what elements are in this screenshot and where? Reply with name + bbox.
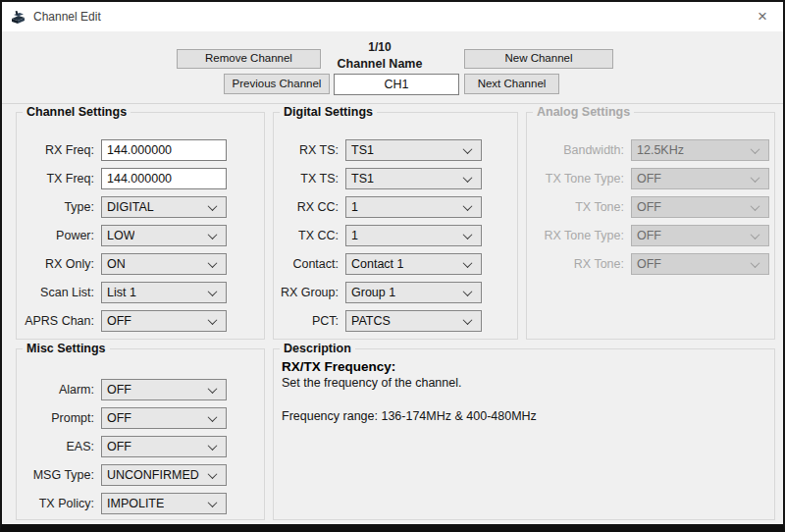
rx-only-select[interactable]: ON [101, 253, 227, 275]
tx-cc-label: TX CC: [298, 229, 345, 242]
bandwidth-value: 12.5KHz [632, 143, 684, 157]
rx-group-row: RX Group:Group 1 [274, 282, 482, 303]
tx-tone-select: OFF [631, 196, 769, 218]
rx-group-select[interactable]: Group 1 [345, 282, 482, 303]
pct-select[interactable]: PATCS [345, 310, 482, 332]
tx-tone-label: TX Tone: [575, 200, 631, 214]
prompt-select[interactable]: OFF [101, 407, 227, 429]
rx-ts-select[interactable]: TS1 [345, 139, 482, 161]
contact-value: Contact 1 [346, 257, 404, 271]
type-value: DIGITAL [102, 200, 154, 214]
power-label: Power: [56, 229, 101, 242]
rx-tone-label: RX Tone: [574, 257, 631, 271]
chevron-down-icon [751, 173, 760, 183]
prompt-value: OFF [102, 411, 131, 425]
chevron-down-icon [208, 201, 218, 211]
description-heading: RX/TX Frequency: [282, 359, 764, 374]
chevron-down-icon [463, 315, 473, 325]
tx-tone-row: TX Tone:OFF [527, 196, 769, 218]
description-group: Description RX/TX Frequency: Set the fre… [273, 348, 775, 520]
chevron-down-icon [208, 412, 218, 422]
new-channel-button[interactable]: New Channel [464, 49, 613, 69]
tx-policy-value: IMPOLITE [102, 497, 164, 510]
msg-type-value: UNCONFIRMED [102, 468, 199, 482]
eas-select[interactable]: OFF [101, 436, 227, 457]
chevron-down-icon [463, 201, 473, 211]
type-row: Type:DIGITAL [17, 196, 227, 218]
rx-ts-label: RX TS: [299, 143, 345, 157]
aprs-chan-select[interactable]: OFF [101, 310, 227, 332]
previous-channel-button[interactable]: Previous Channel [224, 74, 330, 94]
rx-tone-type-row: RX Tone Type:OFF [527, 225, 769, 246]
rx-only-value: ON [102, 257, 126, 271]
tx-policy-label: TX Policy: [39, 497, 101, 510]
tx-ts-label: TX TS: [300, 172, 345, 186]
tx-tone-type-select: OFF [631, 168, 769, 189]
bandwidth-select: 12.5KHz [631, 139, 769, 161]
aprs-chan-row: APRS Chan:OFF [17, 310, 227, 332]
tx-tone-type-label: TX Tone Type: [546, 172, 631, 186]
chevron-down-icon [208, 287, 218, 296]
prompt-label: Prompt: [51, 411, 101, 425]
alarm-select[interactable]: OFF [101, 379, 227, 400]
chevron-down-icon [751, 230, 760, 239]
title-bar: Channel Edit × [2, 2, 783, 31]
tx-cc-select[interactable]: 1 [345, 225, 482, 246]
tx-freq-row: TX Freq: [17, 168, 227, 189]
rx-only-row: RX Only:ON [17, 253, 227, 275]
digital-settings-fields: RX TS:TS1TX TS:TS1RX CC:1TX CC:1Contact:… [274, 113, 517, 332]
channel-name-label: Channel Name [296, 57, 463, 71]
power-select[interactable]: LOW [101, 225, 227, 246]
rx-cc-label: RX CC: [297, 200, 345, 214]
type-label: Type: [64, 200, 101, 214]
window-title: Channel Edit [33, 10, 101, 24]
tx-ts-select[interactable]: TS1 [345, 168, 482, 189]
power-row: Power:LOW [17, 225, 227, 246]
close-icon[interactable]: × [746, 2, 779, 30]
tx-cc-value: 1 [346, 229, 358, 242]
alarm-row: Alarm:OFF [17, 379, 227, 400]
scan-list-value: List 1 [102, 286, 136, 299]
bandwidth-row: Bandwidth:12.5KHz [527, 139, 769, 161]
next-channel-button[interactable]: Next Channel [464, 74, 559, 94]
bandwidth-label: Bandwidth: [563, 143, 631, 157]
tx-freq-label: TX Freq: [46, 172, 101, 186]
rx-freq-label: RX Freq: [45, 143, 101, 157]
eas-row: EAS:OFF [17, 436, 227, 457]
tx-freq-input[interactable] [101, 168, 227, 189]
rx-tone-type-label: RX Tone Type: [544, 229, 631, 242]
chevron-down-icon [208, 469, 218, 479]
analog-settings-group: Analog Settings Bandwidth:12.5KHzTX Tone… [526, 112, 775, 340]
channel-settings-group: Channel Settings RX Freq:TX Freq:Type:DI… [16, 112, 265, 340]
rx-group-value: Group 1 [346, 286, 395, 299]
tx-ts-row: TX TS:TS1 [274, 168, 482, 189]
pct-label: PCT: [312, 314, 345, 328]
channel-name-input[interactable] [334, 74, 459, 95]
rx-ts-row: RX TS:TS1 [274, 139, 482, 161]
pct-row: PCT:PATCS [274, 310, 482, 332]
contact-select[interactable]: Contact 1 [345, 253, 482, 275]
digital-settings-group: Digital Settings RX TS:TS1TX TS:TS1RX CC… [273, 112, 518, 340]
channel-settings-fields: RX Freq:TX Freq:Type:DIGITALPower:LOWRX … [17, 113, 264, 332]
scan-list-select[interactable]: List 1 [101, 282, 227, 303]
chevron-down-icon [208, 230, 218, 239]
rx-freq-input[interactable] [101, 139, 227, 161]
type-select[interactable]: DIGITAL [101, 196, 227, 218]
chevron-down-icon [463, 230, 473, 239]
description-line-1: Set the frequency of the channel. [282, 376, 764, 390]
rx-ts-value: TS1 [346, 143, 374, 157]
rx-cc-select[interactable]: 1 [345, 196, 482, 218]
rx-tone-type-value: OFF [632, 229, 661, 242]
chevron-down-icon [463, 287, 473, 296]
chevron-down-icon [463, 258, 473, 268]
tx-policy-select[interactable]: IMPOLITE [101, 493, 227, 514]
chevron-down-icon [751, 144, 760, 154]
chevron-down-icon [208, 441, 218, 451]
msg-type-select[interactable]: UNCONFIRMED [101, 464, 227, 486]
description-line-2: Frequency range: 136-174MHz & 400-480MHz [282, 409, 764, 423]
chevron-down-icon [463, 173, 473, 183]
eas-value: OFF [102, 440, 131, 453]
rx-tone-value: OFF [632, 257, 661, 271]
misc-settings-group: Misc Settings Alarm:OFFPrompt:OFFEAS:OFF… [16, 348, 265, 520]
tx-tone-value: OFF [632, 200, 661, 214]
